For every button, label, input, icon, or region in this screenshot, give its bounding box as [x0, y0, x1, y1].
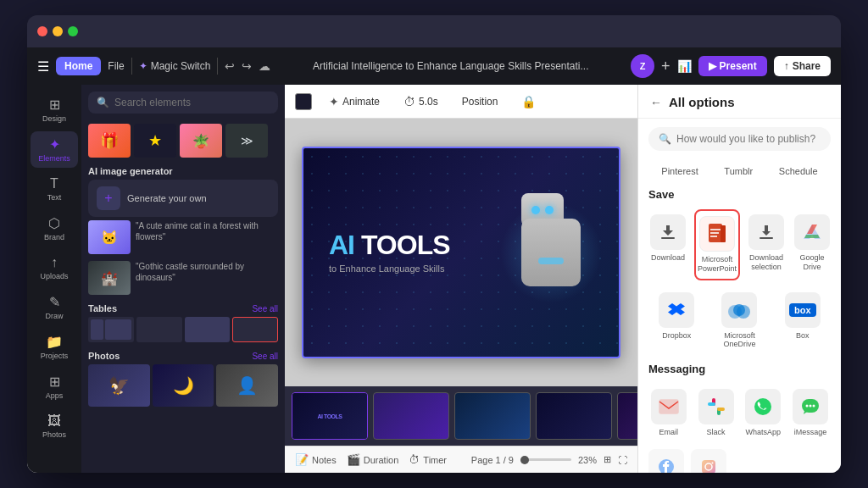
filmstrip-slide-4[interactable] — [536, 392, 612, 440]
photo-3[interactable]: 👤 — [216, 364, 278, 407]
redo-button[interactable]: ↪ — [242, 59, 252, 73]
thumbnail-1[interactable]: 🎁 — [88, 124, 131, 158]
menu-icon[interactable]: ☰ — [37, 58, 49, 75]
sidebar-item-draw[interactable]: ✎ Draw — [31, 289, 78, 325]
slider-thumb[interactable] — [520, 456, 529, 464]
photo-1[interactable]: 🦅 — [88, 364, 150, 407]
save-item-ppt[interactable]: Microsoft PowerPoint — [694, 209, 740, 280]
canvas-wrapper[interactable]: AI TOOLS to Enhance Language Skills — [285, 119, 637, 386]
design-label: Design — [42, 114, 66, 123]
ai-prompt-2[interactable]: 🏰 "Gothic castle surrounded by dinosaurs… — [88, 261, 278, 295]
save-item-box[interactable]: box Box — [775, 287, 831, 355]
duration-bottom-label: Duration — [364, 455, 399, 465]
filmstrip-slide-1[interactable]: AI TOOLS — [292, 392, 368, 440]
ai-generate-button[interactable]: + Generate your own — [88, 180, 278, 217]
position-button[interactable]: Position — [455, 92, 505, 111]
svg-point-20 — [810, 405, 812, 408]
user-avatar[interactable]: Z — [631, 54, 654, 78]
save-item-whatsapp[interactable]: WhatsApp — [743, 384, 784, 442]
close-button[interactable] — [37, 26, 47, 36]
save-item-google-drive[interactable]: Google Drive — [793, 209, 832, 280]
photo-2[interactable]: 🌙 — [153, 364, 214, 407]
animate-icon: ✦ — [329, 95, 339, 108]
projects-label: Projects — [41, 352, 69, 360]
save-item-download[interactable]: Download — [648, 209, 687, 280]
gdrive-label: Google Drive — [794, 253, 830, 272]
notes-label: Notes — [312, 455, 337, 465]
search-box[interactable]: 🔍 — [88, 92, 278, 114]
save-item-imessage[interactable]: iMessage — [790, 384, 831, 442]
thumbnail-4[interactable]: ≫ — [225, 124, 268, 158]
tumblr-tab[interactable]: Tumblr — [717, 163, 760, 180]
thumbnail-2[interactable]: ★ — [134, 124, 176, 158]
save-grid-row1: Download — [648, 209, 831, 280]
page-slider[interactable] — [520, 458, 571, 461]
save-section: Save Download — [638, 188, 841, 363]
photos-see-all[interactable]: See all — [252, 352, 278, 361]
filmstrip-slide-2[interactable] — [373, 392, 449, 440]
sidebar-item-text[interactable]: T Text — [31, 171, 78, 207]
svg-point-17 — [754, 398, 771, 415]
magic-star-icon: ✦ — [139, 60, 147, 72]
filmstrip-slide-3[interactable] — [454, 392, 531, 440]
sidebar-item-projects[interactable]: 📁 Projects — [31, 329, 78, 365]
nav-magic-switch[interactable]: ✦ Magic Switch — [139, 60, 211, 72]
table-thumb-3[interactable] — [185, 317, 231, 342]
svg-rect-23 — [702, 460, 715, 473]
ai-prompt-text-2: "Gothic castle surrounded by dinosaurs" — [136, 261, 278, 283]
fullscreen-icon[interactable]: ⛶ — [618, 455, 627, 465]
uploads-icon: ↑ — [51, 255, 58, 270]
download-label: Download — [651, 253, 685, 263]
save-item-download-selection[interactable]: Download selection — [747, 209, 786, 280]
animate-button[interactable]: ✦ Animate — [322, 92, 387, 112]
table-thumb-4[interactable] — [232, 317, 278, 342]
thumbnail-3[interactable]: 🪴 — [180, 124, 222, 158]
table-thumb-2[interactable] — [136, 317, 182, 342]
lock-button[interactable]: 🔒 — [515, 92, 542, 112]
sidebar-item-uploads[interactable]: ↑ Uploads — [31, 250, 78, 286]
pinterest-tab[interactable]: Pinterest — [654, 163, 704, 180]
cloud-save-icon[interactable]: ☁ — [259, 59, 270, 73]
apps-icon: ⊞ — [49, 374, 60, 390]
sidebar-item-brand[interactable]: ⬡ Brand — [31, 210, 78, 247]
schedule-tab[interactable]: Schedule — [772, 163, 825, 180]
grid-view-icon[interactable]: ⊞ — [604, 454, 611, 465]
notes-button[interactable]: 📝 Notes — [295, 453, 337, 466]
fullscreen-button[interactable] — [68, 26, 78, 36]
sidebar-item-design[interactable]: ⊞ Design — [31, 92, 78, 128]
present-button[interactable]: ▶ Present — [698, 56, 767, 76]
filmstrip-slide-5[interactable] — [617, 392, 637, 440]
download-selection-label: Download selection — [748, 253, 784, 272]
save-item-onedrive[interactable]: Microsoft OneDrive — [711, 287, 767, 355]
ai-generator-header: AI image generator — [81, 161, 285, 180]
sidebar-item-photos[interactable]: 🖼 Photos — [31, 408, 78, 444]
download-icon — [658, 222, 678, 242]
ai-prompt-1[interactable]: 🐱 "A cute anime cat in a forest with flo… — [88, 220, 278, 254]
undo-button[interactable]: ↩ — [225, 59, 235, 73]
save-item-email[interactable]: Email — [648, 384, 689, 442]
nav-home-button[interactable]: Home — [56, 57, 101, 75]
app-window: ☰ Home File ✦ Magic Switch ↩ ↪ ☁ Artific… — [27, 15, 841, 473]
search-input[interactable] — [114, 97, 270, 108]
sidebar-item-elements[interactable]: ✦ Elements — [31, 131, 78, 168]
save-item-slack[interactable]: Slack — [696, 384, 737, 442]
table-thumb-1[interactable] — [88, 317, 134, 342]
back-button[interactable]: ← — [650, 96, 662, 109]
nav-file-button[interactable]: File — [108, 60, 124, 72]
elements-icon: ✦ — [49, 136, 60, 152]
instagram-icon-box — [691, 449, 726, 473]
duration-bottom-button[interactable]: 🎬 Duration — [347, 453, 399, 466]
timer-button[interactable]: ⏱ Timer — [409, 453, 447, 466]
color-swatch[interactable] — [295, 93, 312, 110]
share-button[interactable]: ↑ Share — [774, 56, 831, 76]
draw-label: Draw — [45, 312, 63, 320]
tables-see-all[interactable]: See all — [252, 304, 278, 313]
add-collaborator-button[interactable]: + — [661, 58, 670, 75]
analytics-icon[interactable]: 📊 — [677, 59, 692, 73]
publish-search-box[interactable]: 🔍 — [648, 127, 831, 151]
sidebar-item-apps[interactable]: ⊞ Apps — [31, 369, 78, 405]
minimize-button[interactable] — [53, 26, 63, 36]
publish-search-input[interactable] — [676, 133, 821, 145]
duration-button[interactable]: ⏱ 5.0s — [397, 92, 445, 112]
save-item-dropbox[interactable]: Dropbox — [648, 287, 704, 355]
